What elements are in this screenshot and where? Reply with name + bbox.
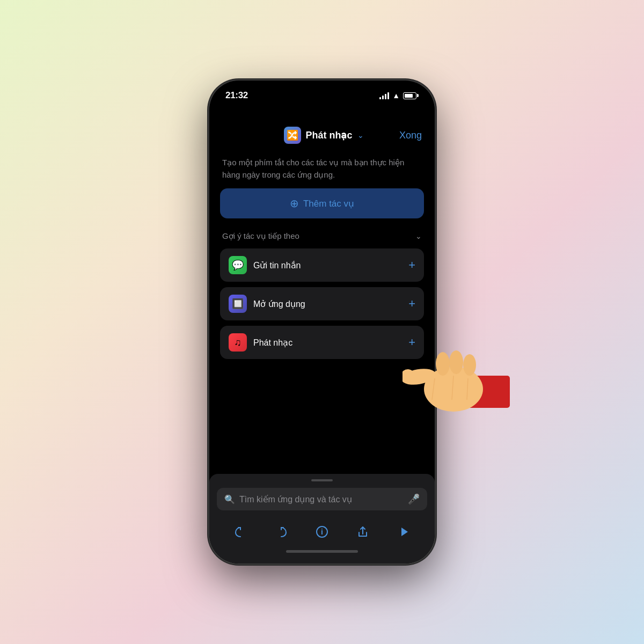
suggestion-left-music: ♫ Phát nhạc: [229, 333, 292, 352]
toolbar-forward-button[interactable]: [269, 520, 293, 544]
hand-pointer: [402, 338, 510, 424]
nav-done-button[interactable]: Xong: [399, 130, 422, 141]
dynamic-island: [290, 103, 354, 121]
phone-frame: 21:32 ▲: [209, 80, 435, 564]
svg-point-8: [449, 350, 463, 374]
svg-point-9: [463, 354, 476, 376]
svg-text:i: i: [321, 528, 323, 536]
add-action-label: Thêm tác vụ: [303, 198, 354, 209]
shortcuts-app-icon-2: 🔲: [229, 295, 247, 313]
add-plus-icon: ⊕: [290, 197, 299, 210]
suggestion-label-messages: Gửi tin nhắn: [253, 260, 301, 270]
search-bar[interactable]: 🔍 Tìm kiếm ứng dụng và tác vụ 🎤: [217, 488, 427, 510]
main-content: Tạo một phím tắt cho các tác vụ mà bạn t…: [209, 148, 435, 474]
shortcuts-app-icon: 🔀: [284, 127, 301, 144]
status-time: 21:32: [225, 90, 248, 101]
wifi-icon: ▲: [392, 91, 400, 100]
suggestion-label-music: Phát nhạc: [253, 338, 292, 348]
suggestion-left-messages: 💬 Gửi tin nhắn: [229, 256, 301, 274]
suggestion-left-shortcuts: 🔲 Mở ứng dụng: [229, 295, 305, 313]
home-indicator: [286, 550, 358, 553]
add-action-button[interactable]: ⊕ Thêm tác vụ: [220, 188, 424, 218]
signal-bars-icon: [379, 92, 389, 99]
music-app-icon: ♫: [229, 333, 247, 352]
bottom-handle: [311, 479, 333, 481]
description-text: Tạo một phím tắt cho các tác vụ mà bạn t…: [220, 157, 424, 181]
search-placeholder-text: Tìm kiếm ứng dụng và tác vụ: [239, 494, 404, 504]
bottom-toolbar: i: [209, 518, 435, 547]
suggestions-title: Gợi ý tác vụ tiếp theo: [222, 231, 299, 241]
suggestion-add-shortcuts-button[interactable]: +: [408, 297, 415, 311]
toolbar-info-button[interactable]: i: [310, 520, 334, 544]
toolbar-share-button[interactable]: [351, 520, 375, 544]
svg-point-7: [436, 352, 450, 376]
messages-app-icon: 💬: [229, 256, 247, 274]
battery-icon: [403, 92, 419, 99]
suggestion-label-shortcuts: Mở ứng dụng: [253, 299, 305, 309]
nav-app-info: 🔀 Phát nhạc ⌄: [284, 127, 364, 144]
bottom-panel: 🔍 Tìm kiếm ứng dụng và tác vụ 🎤: [209, 474, 435, 564]
suggestion-item-shortcuts[interactable]: 🔲 Mở ứng dụng +: [220, 287, 424, 320]
microphone-icon[interactable]: 🎤: [408, 493, 420, 505]
phone-device: 21:32 ▲: [209, 80, 435, 564]
suggestions-header[interactable]: Gợi ý tác vụ tiếp theo ⌄: [220, 231, 424, 248]
suggestions-chevron-icon[interactable]: ⌄: [415, 232, 422, 240]
suggestion-item-music[interactable]: ♫ Phát nhạc +: [220, 326, 424, 359]
nav-title: Phát nhạc: [305, 129, 352, 141]
search-icon: 🔍: [224, 494, 235, 504]
nav-chevron-icon[interactable]: ⌄: [357, 131, 364, 140]
suggestion-add-messages-button[interactable]: +: [408, 258, 415, 272]
phone-screen: 21:32 ▲: [209, 80, 435, 564]
toolbar-play-button[interactable]: [392, 520, 415, 544]
suggestions-section: Gợi ý tác vụ tiếp theo ⌄ 💬 Gửi tin nhắn …: [220, 231, 424, 364]
suggestion-item-messages[interactable]: 💬 Gửi tin nhắn +: [220, 248, 424, 282]
nav-bar: 🔀 Phát nhạc ⌄ Xong: [209, 121, 435, 148]
status-icons: ▲: [379, 91, 419, 100]
svg-marker-2: [401, 528, 408, 536]
toolbar-back-button[interactable]: [229, 520, 252, 544]
